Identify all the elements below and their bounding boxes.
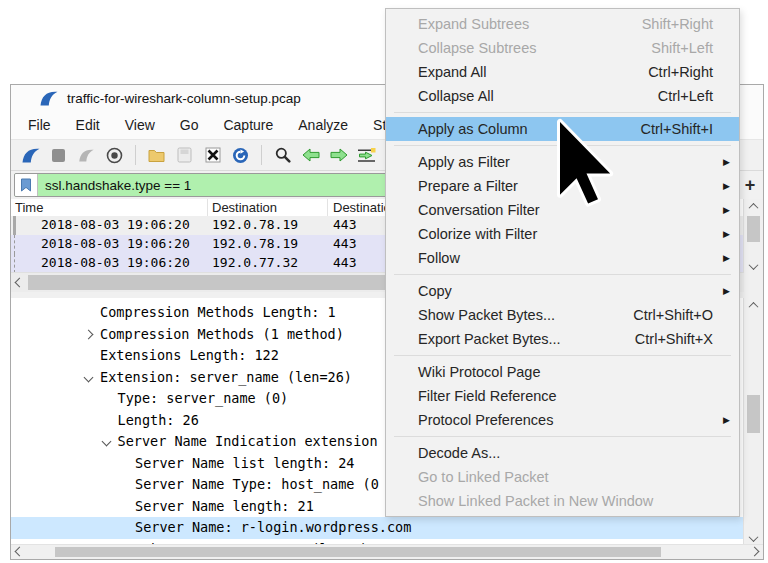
- close-capture-icon[interactable]: [201, 144, 224, 166]
- menu-item-collapse-all[interactable]: Collapse AllCtrl+Left: [386, 84, 739, 108]
- open-file-icon[interactable]: [145, 144, 168, 166]
- submenu-arrow-icon: ▶: [723, 158, 730, 167]
- menubar-item-analyze[interactable]: Analyze: [298, 117, 348, 133]
- go-back-icon[interactable]: [299, 144, 322, 166]
- bookmark-icon[interactable]: [15, 174, 38, 196]
- menu-item-colorize-with-filter[interactable]: Colorize with Filter▶: [386, 222, 739, 246]
- menu-item-prepare-a-filter[interactable]: Prepare a Filter▶: [386, 174, 739, 198]
- menu-item-shortcut: Shift+Right: [642, 16, 729, 32]
- toolbar-separator: [135, 145, 136, 165]
- column-header-destination[interactable]: Destination: [212, 200, 277, 215]
- menubar-item-edit[interactable]: Edit: [76, 117, 100, 133]
- menubar-item-capture[interactable]: Capture: [223, 117, 273, 133]
- scrollbar-corner: [744, 273, 763, 292]
- column-header-time[interactable]: Time: [15, 200, 43, 215]
- menu-item-shortcut: Shift+Left: [651, 40, 729, 56]
- scroll-up-button[interactable]: [744, 199, 763, 213]
- column-divider[interactable]: [327, 199, 328, 216]
- menu-item-decode-as[interactable]: Decode As...: [386, 441, 739, 465]
- collapse-arrow-icon[interactable]: [101, 437, 111, 447]
- chevron-up-icon: [749, 202, 759, 212]
- packet-cell: 443: [333, 217, 356, 232]
- scroll-left-button[interactable]: [11, 273, 27, 292]
- menu-separator: [386, 351, 739, 360]
- menu-item-label: Go to Linked Packet: [418, 469, 549, 485]
- packet-cell: 192.0.78.19: [212, 236, 298, 251]
- menu-item-filter-field-reference[interactable]: Filter Field Reference: [386, 384, 739, 408]
- capture-options-icon[interactable]: [103, 144, 126, 166]
- menu-item-show-packet-bytes[interactable]: Show Packet Bytes...Ctrl+Shift+O: [386, 303, 739, 327]
- packet-list-vertical-scrollbar[interactable]: [743, 199, 763, 273]
- wireshark-fin-icon[interactable]: [19, 144, 42, 166]
- tree-line-text: Extensions Length: 122: [100, 347, 279, 363]
- menubar-item-view[interactable]: View: [125, 117, 155, 133]
- menu-item-shortcut: Ctrl+Shift+X: [635, 331, 729, 347]
- menu-item-label: Apply as Column: [418, 121, 528, 137]
- chevron-down-icon: [749, 260, 759, 270]
- packet-cell: 192.0.78.19: [212, 217, 298, 232]
- menubar-item-go[interactable]: Go: [180, 117, 199, 133]
- find-packet-icon[interactable]: [271, 144, 294, 166]
- menu-item-label: Protocol Preferences: [418, 412, 553, 428]
- stop-capture-icon[interactable]: [47, 144, 70, 166]
- menu-item-label: Conversation Filter: [418, 202, 540, 218]
- go-forward-icon[interactable]: [327, 144, 350, 166]
- menu-item-label: Show Packet Bytes...: [418, 307, 555, 323]
- detail-horizontal-scrollbar[interactable]: [11, 544, 763, 559]
- menu-item-conversation-filter[interactable]: Conversation Filter▶: [386, 198, 739, 222]
- tree-line-text: Server Name length: 21: [135, 498, 314, 514]
- scrollbar-thumb[interactable]: [747, 216, 760, 242]
- submenu-arrow-icon: ▶: [723, 182, 730, 191]
- menu-item-copy[interactable]: Copy▶: [386, 279, 739, 303]
- menu-item-show-linked-packet-in-new-window: Show Linked Packet in New Window: [386, 489, 739, 513]
- scroll-down-button[interactable]: [744, 531, 763, 545]
- submenu-arrow-icon: ▶: [723, 254, 730, 263]
- filter-text: ssl.handshake.type == 1: [38, 178, 191, 193]
- context-menu: Expand SubtreesShift+RightCollapse Subtr…: [385, 8, 740, 517]
- submenu-arrow-icon: ▶: [723, 287, 730, 296]
- save-file-icon[interactable]: [173, 144, 196, 166]
- menu-item-follow[interactable]: Follow▶: [386, 246, 739, 270]
- tree-line-text: Type: server_name (0): [118, 390, 289, 406]
- column-divider[interactable]: [207, 199, 208, 216]
- menu-item-apply-as-column[interactable]: Apply as ColumnCtrl+Shift+I: [386, 117, 739, 141]
- scroll-down-button[interactable]: [744, 259, 763, 273]
- menu-item-apply-as-filter[interactable]: Apply as Filter▶: [386, 150, 739, 174]
- menu-item-protocol-preferences[interactable]: Protocol Preferences▶: [386, 408, 739, 432]
- scroll-up-button[interactable]: [744, 298, 763, 312]
- menu-item-label: Copy: [418, 283, 452, 299]
- menu-item-label: Follow: [418, 250, 460, 266]
- scroll-left-button[interactable]: [11, 545, 27, 558]
- menu-item-collapse-subtrees: Collapse SubtreesShift+Left: [386, 36, 739, 60]
- go-to-packet-icon[interactable]: [355, 144, 378, 166]
- tree-line-text: Server Name: r-login.wordpress.com: [135, 519, 411, 535]
- menu-item-label: Collapse All: [418, 88, 494, 104]
- scroll-right-button[interactable]: [746, 545, 762, 558]
- chevron-right-icon: [749, 547, 759, 557]
- chevron-left-icon: [14, 278, 24, 288]
- tree-line-text: Extension: server_name (len=26): [100, 369, 352, 385]
- chevron-up-icon: [749, 301, 759, 311]
- scrollbar-thumb[interactable]: [747, 395, 760, 433]
- menu-item-label: Wiki Protocol Page: [418, 364, 541, 380]
- menu-item-wiki-protocol-page[interactable]: Wiki Protocol Page: [386, 360, 739, 384]
- menu-item-label: Apply as Filter: [418, 154, 510, 170]
- reload-icon[interactable]: [229, 144, 252, 166]
- scrollbar-thumb[interactable]: [55, 547, 661, 557]
- detail-vertical-scrollbar[interactable]: [743, 298, 763, 545]
- menu-separator: [386, 108, 739, 117]
- restart-capture-icon[interactable]: [75, 144, 98, 166]
- expand-arrow-icon[interactable]: [84, 329, 94, 339]
- menu-item-export-packet-bytes[interactable]: Export Packet Bytes...Ctrl+Shift+X: [386, 327, 739, 351]
- add-filter-button[interactable]: +: [740, 175, 760, 196]
- menu-item-expand-all[interactable]: Expand AllCtrl+Right: [386, 60, 739, 84]
- menu-item-shortcut: Ctrl+Shift+O: [633, 307, 729, 323]
- menubar-item-file[interactable]: File: [28, 117, 51, 133]
- toolbar-separator: [261, 145, 262, 165]
- submenu-arrow-icon: ▶: [723, 230, 730, 239]
- collapse-arrow-icon[interactable]: [84, 372, 94, 382]
- packet-cell: 2018-08-03 19:06:20: [41, 236, 190, 251]
- tree-line[interactable]: Server Name: r-login.wordpress.com: [11, 517, 744, 539]
- menu-item-label: Export Packet Bytes...: [418, 331, 561, 347]
- column-header-destination-port[interactable]: Destinatio: [333, 200, 391, 215]
